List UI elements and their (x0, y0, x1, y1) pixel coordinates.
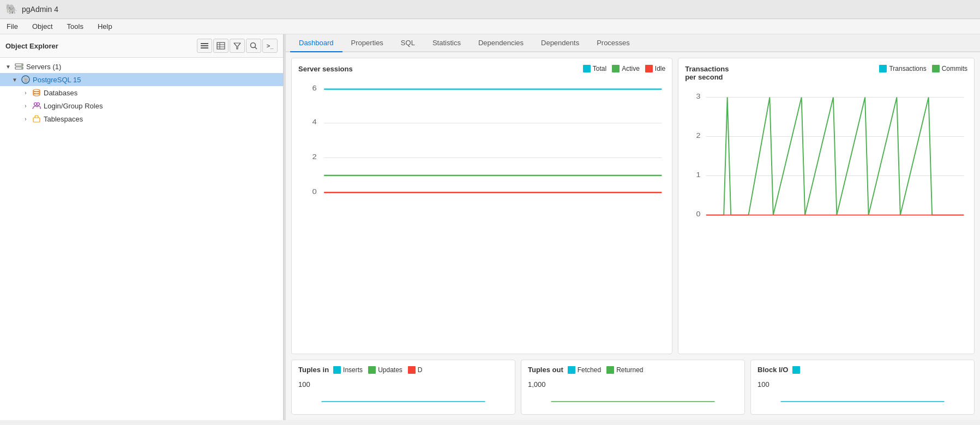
loginroles-icon (32, 101, 41, 111)
tab-sql[interactable]: SQL (392, 34, 424, 52)
tab-dependents[interactable]: Dependents (532, 34, 588, 52)
tab-properties[interactable]: Properties (342, 34, 392, 52)
legend-returned-color (606, 366, 614, 374)
servers-icon (14, 62, 24, 71)
sidebar: Object Explorer >_ (0, 34, 284, 420)
menu-tools[interactable]: Tools (65, 21, 86, 32)
svg-text:3: 3 (696, 92, 701, 100)
legend-commits-color (932, 65, 940, 72)
tab-bar: Dashboard Properties SQL Statistics Depe… (286, 34, 980, 52)
transactions-panel: Transactionsper second Transactions Comm… (678, 58, 975, 354)
databases-icon (32, 88, 41, 98)
tuples-out-value: 1,000 (528, 378, 738, 391)
legend-inserts: Inserts (333, 366, 363, 374)
legend-idle: Idle (645, 65, 665, 72)
transactions-title: Transactionsper second (685, 65, 729, 81)
tab-processes[interactable]: Processes (588, 34, 639, 52)
svg-text:1: 1 (696, 171, 701, 178)
right-panel: Dashboard Properties SQL Statistics Depe… (286, 34, 980, 420)
tree-item-servers[interactable]: ▼ Servers (1) (0, 60, 283, 73)
server-sessions-legend: Total Active Idle (583, 65, 665, 72)
toolbar-filter[interactable] (230, 39, 245, 53)
legend-returned: Returned (606, 366, 643, 374)
svg-rect-0 (201, 43, 208, 44)
chevron-loginroles: › (22, 103, 29, 109)
svg-text:0: 0 (312, 187, 316, 195)
legend-transactions-label: Transactions (889, 65, 926, 72)
tuples-in-header: Tuples in Inserts Updates D (298, 366, 508, 374)
svg-point-12 (21, 64, 22, 65)
legend-updates: Updates (368, 366, 402, 374)
svg-marker-7 (234, 43, 241, 49)
tree-item-loginroles[interactable]: › Login/Group Roles (0, 99, 283, 112)
legend-deletes-label: D (418, 366, 423, 374)
toolbar-terminal[interactable]: >_ (262, 39, 278, 53)
tuples-out-panel: Tuples out Fetched Returned 1,000 (521, 360, 745, 415)
tab-dashboard[interactable]: Dashboard (290, 34, 342, 52)
block-io-title: Block I/O (757, 366, 788, 374)
svg-rect-3 (217, 42, 225, 49)
legend-total-color (583, 65, 591, 72)
legend-idle-label: Idle (655, 65, 665, 72)
app-title: pgAdmin 4 (22, 5, 58, 14)
svg-text:4: 4 (312, 118, 316, 126)
svg-line-9 (255, 47, 257, 49)
titlebar: 🐘 pgAdmin 4 (0, 0, 980, 19)
tab-dependencies[interactable]: Dependencies (470, 34, 532, 52)
chevron-servers: ▼ (4, 64, 12, 70)
legend-block-reads-color (792, 366, 800, 374)
app-logo: 🐘 (5, 3, 17, 15)
svg-text:2: 2 (696, 131, 701, 139)
chevron-pg15: ▼ (11, 77, 19, 83)
legend-returned-label: Returned (616, 366, 643, 374)
svg-point-13 (21, 68, 22, 69)
legend-idle-color (645, 65, 653, 72)
tab-statistics[interactable]: Statistics (424, 34, 470, 52)
dashboard-content: Server sessions Total Active Idle (286, 52, 980, 360)
menu-object[interactable]: Object (30, 21, 55, 32)
legend-total: Total (583, 65, 606, 72)
chevron-tablespaces: › (22, 116, 29, 122)
object-tree: ▼ Servers (1) ▼ 🐘 PostgreSQL 15 › (0, 58, 283, 420)
svg-text:2: 2 (312, 153, 316, 161)
transactions-legend: Transactions Commits (879, 65, 967, 72)
svg-point-17 (33, 94, 40, 96)
chevron-databases: › (22, 90, 29, 96)
tree-item-databases[interactable]: › Databases (0, 86, 283, 99)
sidebar-toolbar: >_ (197, 39, 278, 53)
svg-point-18 (33, 92, 40, 94)
svg-point-8 (251, 43, 256, 48)
legend-active-label: Active (622, 65, 640, 72)
legend-active-color (612, 65, 620, 72)
legend-transactions: Transactions (879, 65, 926, 72)
legend-fetched-label: Fetched (578, 366, 601, 374)
menu-help[interactable]: Help (95, 21, 115, 32)
svg-point-16 (33, 89, 40, 92)
block-io-value: 100 (757, 378, 967, 391)
tuples-in-legend: Inserts Updates D (333, 366, 422, 374)
pg15-label: PostgreSQL 15 (33, 76, 81, 84)
toolbar-view-data[interactable] (197, 39, 212, 53)
tree-item-pg15[interactable]: ▼ 🐘 PostgreSQL 15 (0, 73, 283, 86)
legend-total-label: Total (593, 65, 606, 72)
legend-deletes: D (408, 366, 423, 374)
svg-rect-21 (33, 118, 40, 122)
legend-updates-label: Updates (378, 366, 402, 374)
svg-rect-2 (201, 47, 208, 48)
svg-point-19 (34, 103, 37, 106)
tuples-out-legend: Fetched Returned (568, 366, 644, 374)
toolbar-search[interactable] (246, 39, 261, 53)
legend-fetched: Fetched (568, 366, 601, 374)
servers-label: Servers (1) (26, 63, 61, 71)
loginroles-label: Login/Group Roles (44, 102, 103, 110)
menubar: File Object Tools Help (0, 19, 980, 34)
legend-fetched-color (568, 366, 575, 374)
tree-item-tablespaces[interactable]: › Tablespaces (0, 112, 283, 125)
server-sessions-header: Server sessions Total Active Idle (298, 65, 665, 73)
sidebar-header: Object Explorer >_ (0, 34, 283, 58)
legend-transactions-color (879, 65, 887, 72)
svg-rect-1 (201, 45, 208, 46)
menu-file[interactable]: File (4, 21, 20, 32)
toolbar-table[interactable] (213, 39, 229, 53)
legend-inserts-label: Inserts (343, 366, 363, 374)
